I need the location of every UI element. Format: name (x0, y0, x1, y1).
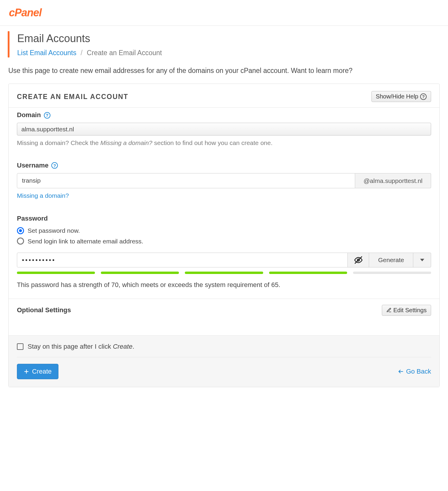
help-icon[interactable]: ? (51, 162, 58, 169)
show-hide-help-button[interactable]: Show/Hide Help ? (371, 91, 431, 102)
breadcrumb: List Email Accounts / Create an Email Ac… (17, 48, 448, 58)
page-title: Email Accounts (17, 31, 448, 46)
edit-settings-label: Edit Settings (393, 307, 427, 314)
radio-icon (17, 237, 24, 245)
create-panel: CREATE AN EMAIL ACCOUNT Show/Hide Help ?… (8, 84, 440, 387)
username-label-text: Username (17, 161, 48, 170)
password-strength-text: This password has a strength of 70, whic… (17, 280, 431, 290)
strength-seg (101, 272, 179, 274)
caret-down-icon (420, 258, 424, 262)
top-header: cPanel (0, 0, 448, 26)
breadcrumb-link[interactable]: List Email Accounts (17, 49, 76, 57)
generate-dropdown-button[interactable] (413, 253, 431, 267)
footer-section: Stay on this page after I click Create. … (9, 336, 439, 387)
stay-on-page-row[interactable]: Stay on this page after I click Create. (17, 342, 431, 358)
password-option-now[interactable]: Set password now. (17, 226, 431, 235)
domain-hint: Missing a domain? Check the Missing a do… (17, 138, 431, 147)
optional-settings-title: Optional Settings (17, 306, 71, 315)
toggle-visibility-button[interactable] (348, 253, 369, 267)
strength-seg (269, 272, 347, 274)
accent-bar (8, 31, 9, 58)
cpanel-logo: cPanel (9, 7, 42, 19)
password-label: Password (17, 214, 431, 223)
password-label-text: Password (17, 214, 48, 223)
edit-settings-button[interactable]: Edit Settings (382, 305, 431, 316)
go-back-label: Go Back (406, 367, 431, 376)
plus-icon (24, 369, 29, 374)
breadcrumb-current: Create an Email Account (87, 49, 162, 57)
page-head: Email Accounts List Email Accounts / Cre… (0, 26, 448, 61)
username-label: Username ? (17, 161, 431, 170)
username-domain-addon: @alma.supporttest.nl (355, 173, 431, 188)
strength-seg (185, 272, 263, 274)
password-input[interactable] (17, 253, 348, 267)
arrow-left-icon (398, 369, 404, 374)
username-input[interactable] (17, 173, 355, 188)
stay-checkbox[interactable] (17, 343, 23, 350)
eye-slash-icon (354, 256, 363, 264)
go-back-link[interactable]: Go Back (398, 367, 431, 376)
password-option-now-label: Set password now. (28, 226, 80, 235)
section-title: CREATE AN EMAIL ACCOUNT (17, 92, 128, 101)
show-hide-help-label: Show/Hide Help (376, 93, 418, 100)
missing-domain-link[interactable]: Missing a domain? (17, 191, 69, 200)
radio-icon (17, 227, 24, 234)
generate-button[interactable]: Generate (369, 253, 413, 267)
strength-seg (353, 272, 431, 274)
pencil-icon (386, 307, 392, 313)
create-label: Create (32, 368, 52, 375)
domain-label: Domain ? (17, 111, 431, 120)
stay-label: Stay on this page after I click Create. (28, 342, 134, 351)
password-strength-meter (17, 272, 431, 274)
domain-label-text: Domain (17, 111, 41, 120)
password-option-send-label: Send login link to alternate email addre… (28, 237, 143, 246)
domain-select[interactable]: alma.supporttest.nl (17, 123, 431, 135)
strength-seg (17, 272, 95, 274)
help-icon: ? (420, 93, 427, 100)
breadcrumb-sep: / (78, 49, 85, 57)
help-icon[interactable]: ? (44, 112, 50, 119)
page-description: Use this page to create new email addres… (0, 61, 448, 84)
create-button[interactable]: Create (17, 364, 58, 379)
password-option-send[interactable]: Send login link to alternate email addre… (17, 237, 431, 246)
